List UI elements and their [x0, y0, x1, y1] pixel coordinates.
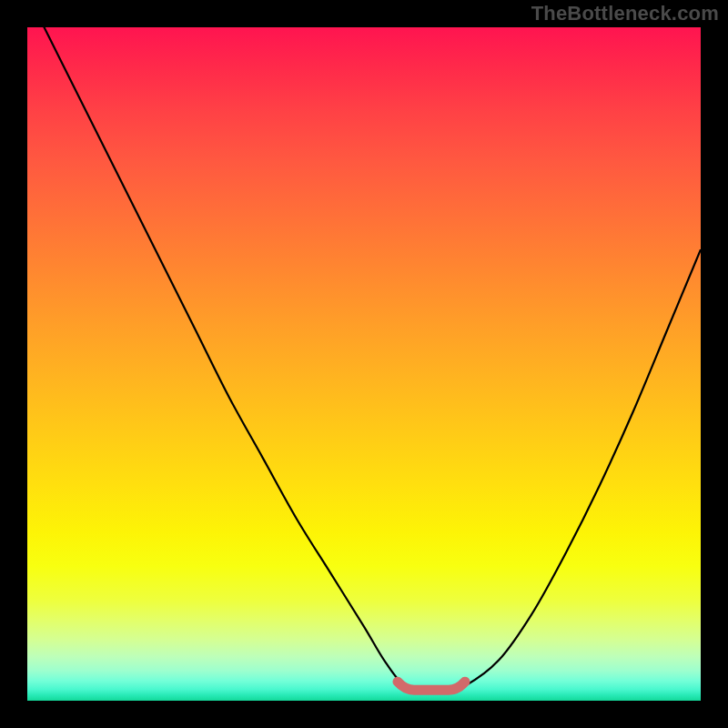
best-zone-marker	[398, 682, 465, 690]
chart-frame: TheBottleneck.com	[0, 0, 728, 728]
bottleneck-curve-svg	[27, 27, 701, 701]
plot-area	[27, 27, 701, 701]
watermark-text: TheBottleneck.com	[531, 2, 719, 25]
bottleneck-curve-path	[27, 27, 701, 692]
